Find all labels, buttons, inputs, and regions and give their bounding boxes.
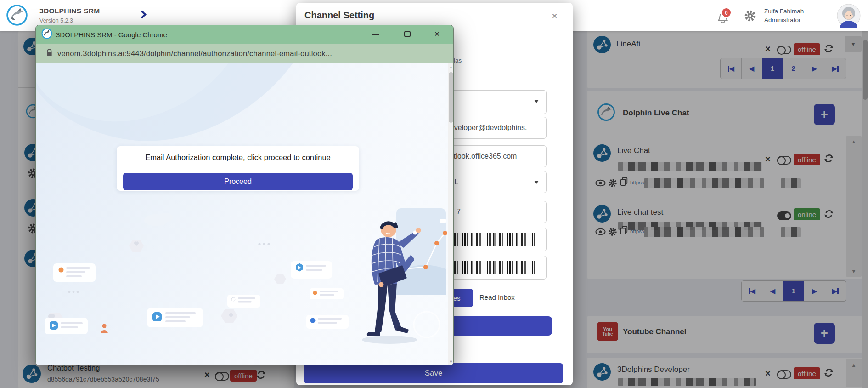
screen: Chatbot Testing d8556da791c7dbeb553a520c…	[0, 0, 868, 388]
user-name: Zulfa Fahimah	[764, 7, 804, 16]
chevron-down-icon	[534, 100, 539, 103]
chrome-urlbar[interactable]: venom.3dolphins.ai:9443/dolphin/channel/…	[36, 44, 453, 63]
avatar[interactable]	[837, 4, 861, 29]
chrome-page-content: Email Authorization complete, click proc…	[36, 63, 448, 365]
notification-bell[interactable]: 0	[715, 10, 731, 26]
scroll-down-icon[interactable]: ▼	[448, 359, 454, 364]
notification-count-badge: 0	[721, 7, 732, 18]
chrome-titlebar[interactable]: 3DOLPHINS SRM - Google Chrome ×	[36, 25, 453, 44]
scroll-up-icon[interactable]: ▲	[448, 65, 454, 69]
user-role: Administrator	[764, 16, 801, 24]
url-text[interactable]: venom.3dolphins.ai:9443/dolphin/channel/…	[57, 49, 332, 58]
chrome-favicon	[41, 28, 52, 41]
lock-icon	[46, 48, 53, 59]
illustration	[36, 178, 448, 365]
modal-title: Channel Setting	[304, 10, 374, 21]
expand-chevron-icon[interactable]	[138, 10, 146, 18]
read-inbox-label: Read Inbox	[479, 293, 515, 301]
chevron-down-icon	[534, 181, 539, 184]
app-version: Version 5.2.3	[39, 17, 73, 24]
minimize-button[interactable]	[372, 34, 379, 35]
save-label: Save	[425, 369, 443, 378]
save-button[interactable]: Save	[304, 363, 563, 383]
scrollbar-thumb[interactable]	[449, 72, 453, 123]
maximize-button[interactable]	[404, 31, 411, 37]
chrome-popup-window: 3DOLPHINS SRM - Google Chrome × venom.3d…	[35, 25, 454, 365]
modal-close-icon[interactable]: ×	[552, 11, 557, 21]
close-window-icon[interactable]: ×	[434, 29, 440, 39]
auth-message: Email Authorization complete, click proc…	[117, 153, 359, 162]
chrome-window-title: 3DOLPHINS SRM - Google Chrome	[56, 31, 167, 39]
settings-gear-icon[interactable]	[744, 10, 756, 24]
app-title: 3DOLPHINS SRM	[39, 7, 100, 15]
app-logo[interactable]	[6, 4, 28, 28]
chrome-scrollbar[interactable]: ▲ ▼	[448, 63, 454, 365]
